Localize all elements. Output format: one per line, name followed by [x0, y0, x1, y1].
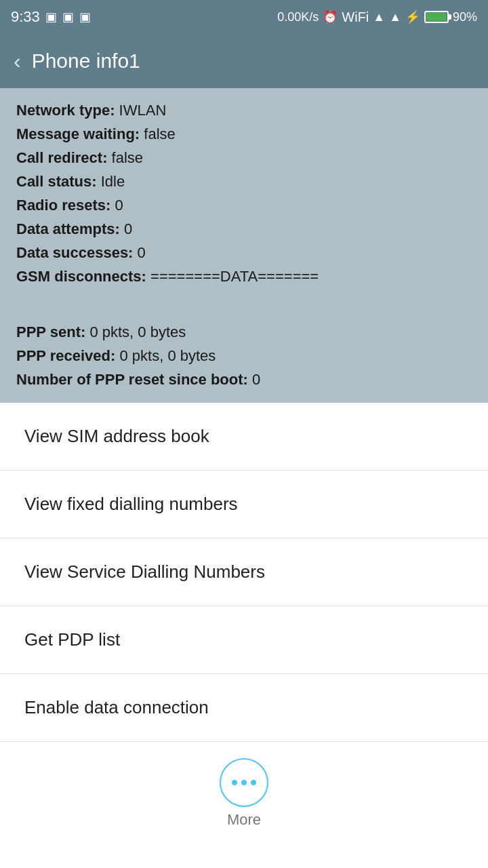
menu-item-enable-data-connection[interactable]: Enable data connection [0, 674, 488, 742]
menu-item-label: Enable data connection [24, 697, 209, 718]
battery-indicator [424, 11, 449, 23]
menu-item-view-service-dialling[interactable]: View Service Dialling Numbers [0, 538, 488, 606]
time-display: 9:33 [11, 8, 40, 26]
info-line [16, 289, 472, 311]
info-line: Number of PPP reset since boot: 0 [16, 368, 472, 391]
status-bar: 9:33 ▣ ▣ ▣ 0.00K/s ⏰ WiFi ▲ ▲ ⚡ 90% [0, 0, 488, 34]
more-label: More [227, 811, 261, 829]
info-panel: Network type: IWLANMessage waiting: fals… [0, 88, 488, 403]
back-button[interactable]: ‹ [14, 50, 21, 72]
menu-item-label: View Service Dialling Numbers [24, 561, 265, 583]
info-line: PPP sent: 0 pkts, 0 bytes [16, 321, 472, 343]
info-line: Network type: IWLAN [16, 99, 472, 121]
info-line: GSM disconnects: ========DATA======= [16, 265, 472, 288]
menu-item-label: View SIM address book [24, 426, 209, 447]
more-dot-1 [232, 780, 237, 785]
info-line: Call redirect: false [16, 146, 472, 169]
more-area: More [0, 742, 488, 842]
app-bar: ‹ Phone info1 [0, 34, 488, 88]
info-line: Data attempts: 0 [16, 218, 472, 240]
alarm-icon: ⏰ [323, 9, 338, 24]
battery-percent: 90% [453, 10, 477, 24]
info-line: Call status: Idle [16, 170, 472, 193]
info-line: PPP received: 0 pkts, 0 bytes [16, 344, 472, 367]
charging-icon: ⚡ [405, 9, 420, 24]
info-line: Data successes: 0 [16, 241, 472, 264]
signal-icon2: ▲ [389, 10, 401, 24]
network-speed: 0.00K/s [277, 10, 319, 24]
menu-item-view-sim-address-book[interactable]: View SIM address book [0, 403, 488, 471]
menu-item-get-pdp-list[interactable]: Get PDP list [0, 606, 488, 674]
menu-list: View SIM address bookView fixed dialling… [0, 403, 488, 742]
bb-icon1: ▣ [45, 9, 57, 24]
more-dot-3 [251, 780, 256, 785]
status-bar-left: 9:33 ▣ ▣ ▣ [11, 8, 91, 26]
wifi-icon: WiFi [342, 9, 369, 25]
app-bar-title: Phone info1 [32, 50, 140, 73]
bb-icon2: ▣ [62, 9, 74, 24]
signal-icon1: ▲ [373, 10, 385, 24]
menu-item-label: Get PDP list [24, 629, 120, 650]
more-dot-2 [241, 780, 247, 785]
info-line: Message waiting: false [16, 123, 472, 145]
menu-item-view-fixed-dialling[interactable]: View fixed dialling numbers [0, 471, 488, 538]
menu-item-label: View fixed dialling numbers [24, 494, 238, 515]
status-bar-right: 0.00K/s ⏰ WiFi ▲ ▲ ⚡ 90% [277, 9, 477, 25]
more-button[interactable] [220, 758, 268, 807]
bb-icon3: ▣ [79, 9, 91, 24]
info-line: Radio resets: 0 [16, 194, 472, 216]
